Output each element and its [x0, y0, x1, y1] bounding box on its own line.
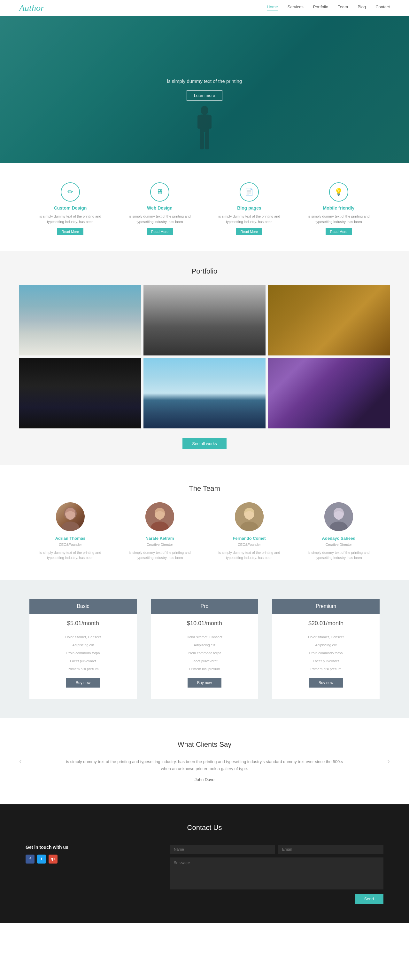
blog-pages-btn[interactable]: Read More	[236, 228, 262, 235]
logo[interactable]: Author	[19, 3, 44, 13]
pricing-basic-price: $5.01/month	[29, 614, 137, 630]
pricing-feature: Laeet pulvevaret	[157, 657, 252, 665]
nav-home[interactable]: Home	[267, 5, 278, 11]
get-in-touch-label: Get in touch with us	[25, 845, 151, 850]
navbar: Author Home Services Portfolio Team Blog…	[0, 0, 409, 16]
member-name-narate: Narate Ketram	[120, 536, 199, 541]
avatar-adedayo	[324, 502, 353, 531]
portfolio-item-drone[interactable]	[19, 358, 141, 428]
pricing-premium-price: $20.01/month	[272, 614, 380, 630]
mobile-friendly-icon: 💡	[329, 182, 348, 202]
blog-pages-icon: 📄	[239, 182, 259, 202]
testimonial-text: is simply dummy text of the printing and…	[64, 758, 345, 772]
member-role-narate: Creative Director	[120, 542, 199, 547]
portfolio-section: Portfolio See all works	[0, 251, 409, 465]
city-image	[143, 358, 265, 428]
portfolio-item-mountains[interactable]	[19, 285, 141, 355]
pricing-feature: Dolor sitamet, Consect	[36, 633, 130, 641]
team-grid: Adrian Thomas CEO&Founder is simply dumm…	[25, 502, 384, 560]
hero-subtitle: is simply dummy text of the printing	[167, 78, 242, 84]
photographer-image	[143, 285, 265, 355]
mushrooms-image	[268, 285, 390, 355]
facebook-icon[interactable]: f	[25, 854, 35, 864]
testimonial-next-button[interactable]: ›	[387, 757, 390, 766]
svg-rect-5	[205, 132, 209, 150]
feature-item-custom-design: ✏ Custom Design is simply dummy text of …	[31, 182, 109, 235]
team-member-narate: Narate Ketram Creative Director is simpl…	[120, 502, 199, 560]
nav-services[interactable]: Services	[288, 5, 304, 11]
pricing-feature: Adipiscing elit	[279, 641, 373, 649]
pricing-pro-price: $10.01/month	[151, 614, 258, 630]
testimonial-author: John Dove	[64, 777, 345, 782]
buy-premium-button[interactable]: Buy now	[309, 678, 343, 687]
contact-grid: Get in touch with us f t g+ Send	[25, 845, 384, 904]
feature-title-mobile-friendly: Mobile friendly	[300, 205, 378, 210]
buy-pro-button[interactable]: Buy now	[187, 678, 222, 687]
pricing-pro-features: Dolor sitamet, Consect Adipiscing elit P…	[151, 630, 258, 699]
svg-rect-4	[200, 132, 204, 150]
custom-design-btn[interactable]: Read More	[57, 228, 83, 235]
twitter-icon[interactable]: t	[37, 854, 46, 864]
member-role-adrian: CEO&Founder	[31, 542, 109, 547]
feature-title-blog-pages: Blog pages	[210, 205, 289, 210]
nav-contact[interactable]: Contact	[376, 5, 390, 11]
pricing-feature: Primem nisi pretium	[157, 665, 252, 673]
name-input[interactable]	[170, 845, 275, 854]
portfolio-item-photographer[interactable]	[143, 285, 265, 355]
avatar-narate	[145, 502, 174, 531]
portfolio-item-mushrooms[interactable]	[268, 285, 390, 355]
feature-title-web-design: Web Design	[120, 205, 199, 210]
portfolio-item-flowers[interactable]	[268, 358, 390, 428]
testimonial-prev-button[interactable]: ‹	[19, 757, 22, 766]
pricing-feature: Laeet pulvevaret	[279, 657, 373, 665]
contact-form: Send	[170, 845, 384, 904]
mobile-friendly-btn[interactable]: Read More	[326, 228, 352, 235]
hero-figure	[195, 106, 214, 150]
contact-title: Contact Us	[25, 824, 384, 832]
nav-portfolio[interactable]: Portfolio	[313, 5, 328, 11]
hero-section: is simply dummy text of the printing Lea…	[0, 16, 409, 163]
member-desc-adrian: is simply dummy text of the printing and…	[31, 550, 109, 560]
pricing-premium: Premium $20.01/month Dolor sitamet, Cons…	[272, 599, 380, 699]
nav-blog[interactable]: Blog	[358, 5, 366, 11]
portfolio-title: Portfolio	[19, 267, 390, 275]
portfolio-item-city[interactable]	[143, 358, 265, 428]
feature-desc-web-design: is simply dummy text of the printing and…	[120, 214, 199, 224]
googleplus-icon[interactable]: g+	[49, 854, 57, 864]
pricing-feature: Adipiscing elit	[36, 641, 130, 649]
email-input[interactable]	[278, 845, 384, 854]
pricing-grid: Basic $5.01/month Dolor sitamet, Consect…	[25, 599, 384, 699]
pricing-feature: Proin commodo torpa	[157, 649, 252, 657]
contact-section: Contact Us Get in touch with us f t g+ S…	[0, 804, 409, 923]
member-desc-fernando: is simply dummy text of the printing and…	[210, 550, 289, 560]
nav-team[interactable]: Team	[338, 5, 348, 11]
team-section: The Team Adrian Thomas CEO&Founder is si…	[0, 465, 409, 580]
learn-more-button[interactable]: Learn more	[187, 90, 222, 101]
pricing-basic: Basic $5.01/month Dolor sitamet, Consect…	[29, 599, 137, 699]
form-name-email-row	[170, 845, 384, 854]
feature-item-blog-pages: 📄 Blog pages is simply dummy text of the…	[210, 182, 289, 235]
member-name-adedayo: Adedayo Saheed	[300, 536, 378, 541]
pricing-premium-header: Premium	[272, 599, 380, 614]
drone-image	[19, 358, 141, 428]
buy-basic-button[interactable]: Buy now	[66, 678, 100, 687]
feature-desc-blog-pages: is simply dummy text of the printing and…	[210, 214, 289, 224]
send-button[interactable]: Send	[355, 894, 384, 904]
message-textarea[interactable]	[170, 858, 384, 889]
member-name-fernando: Fernando Comet	[210, 536, 289, 541]
see-all-button[interactable]: See all works	[182, 438, 226, 449]
features-section: ✏ Custom Design is simply dummy text of …	[0, 163, 409, 251]
member-desc-adedayo: is simply dummy text of the printing and…	[300, 550, 378, 560]
contact-info: Get in touch with us f t g+	[25, 845, 151, 904]
social-icons: f t g+	[25, 854, 151, 864]
svg-point-0	[201, 106, 208, 115]
feature-desc-mobile-friendly: is simply dummy text of the printing and…	[300, 214, 378, 224]
pricing-feature: Proin commodo torpa	[279, 649, 373, 657]
svg-rect-1	[200, 115, 209, 132]
web-design-btn[interactable]: Read More	[147, 228, 173, 235]
pricing-feature: Proin commodo torpa	[36, 649, 130, 657]
pricing-pro-header: Pro	[151, 599, 258, 614]
member-role-fernando: CEO&Founder	[210, 542, 289, 547]
pricing-section: Basic $5.01/month Dolor sitamet, Consect…	[0, 580, 409, 718]
custom-design-icon: ✏	[61, 182, 80, 202]
